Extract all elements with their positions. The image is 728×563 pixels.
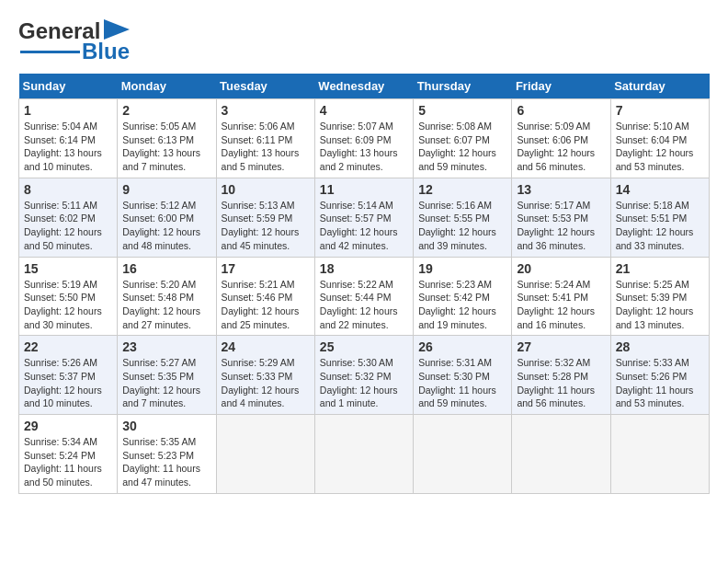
day-info: Sunrise: 5:27 AM Sunset: 5:35 PM Dayligh… — [122, 356, 210, 410]
day-number: 17 — [222, 261, 310, 276]
day-number: 6 — [517, 103, 605, 118]
calendar-week-row: 15Sunrise: 5:19 AM Sunset: 5:50 PM Dayli… — [19, 257, 710, 336]
calendar-cell — [610, 415, 709, 494]
calendar-table: SundayMondayTuesdayWednesdayThursdayFrid… — [18, 74, 710, 494]
day-info: Sunrise: 5:35 AM Sunset: 5:23 PM Dayligh… — [122, 435, 210, 489]
calendar-cell: 1Sunrise: 5:04 AM Sunset: 6:14 PM Daylig… — [19, 99, 118, 178]
day-number: 28 — [616, 339, 704, 354]
day-number: 16 — [122, 261, 210, 276]
calendar-cell: 18Sunrise: 5:22 AM Sunset: 5:44 PM Dayli… — [314, 257, 413, 336]
calendar-cell: 17Sunrise: 5:21 AM Sunset: 5:46 PM Dayli… — [216, 257, 314, 336]
calendar-cell: 28Sunrise: 5:33 AM Sunset: 5:26 PM Dayli… — [610, 336, 709, 415]
calendar-cell: 19Sunrise: 5:23 AM Sunset: 5:42 PM Dayli… — [414, 257, 512, 336]
calendar-cell — [216, 415, 314, 494]
day-number: 29 — [24, 419, 112, 433]
day-number: 25 — [320, 339, 408, 354]
day-number: 12 — [418, 182, 506, 197]
calendar-cell: 4Sunrise: 5:07 AM Sunset: 6:09 PM Daylig… — [314, 99, 413, 178]
day-info: Sunrise: 5:32 AM Sunset: 5:28 PM Dayligh… — [517, 356, 605, 410]
calendar-cell: 8Sunrise: 5:11 AM Sunset: 6:02 PM Daylig… — [19, 178, 118, 257]
day-number: 8 — [24, 182, 112, 197]
day-number: 30 — [122, 419, 210, 433]
day-info: Sunrise: 5:20 AM Sunset: 5:48 PM Dayligh… — [122, 278, 210, 332]
day-number: 26 — [418, 339, 506, 354]
day-info: Sunrise: 5:18 AM Sunset: 5:51 PM Dayligh… — [616, 199, 704, 253]
day-info: Sunrise: 5:07 AM Sunset: 6:09 PM Dayligh… — [320, 120, 408, 174]
calendar-cell: 7Sunrise: 5:10 AM Sunset: 6:04 PM Daylig… — [610, 99, 709, 178]
logo-general: General — [18, 18, 100, 43]
calendar-cell: 29Sunrise: 5:34 AM Sunset: 5:24 PM Dayli… — [19, 415, 118, 494]
calendar-cell: 12Sunrise: 5:16 AM Sunset: 5:55 PM Dayli… — [414, 178, 512, 257]
calendar-cell: 10Sunrise: 5:13 AM Sunset: 5:59 PM Dayli… — [216, 178, 314, 257]
calendar-cell: 13Sunrise: 5:17 AM Sunset: 5:53 PM Dayli… — [512, 178, 610, 257]
calendar-cell: 25Sunrise: 5:30 AM Sunset: 5:32 PM Dayli… — [314, 336, 413, 415]
day-info: Sunrise: 5:34 AM Sunset: 5:24 PM Dayligh… — [24, 435, 112, 489]
calendar-week-row: 1Sunrise: 5:04 AM Sunset: 6:14 PM Daylig… — [19, 99, 710, 178]
calendar-week-row: 8Sunrise: 5:11 AM Sunset: 6:02 PM Daylig… — [19, 178, 710, 257]
calendar-header-row: SundayMondayTuesdayWednesdayThursdayFrid… — [19, 74, 710, 99]
header-sunday: Sunday — [19, 74, 118, 99]
day-info: Sunrise: 5:29 AM Sunset: 5:33 PM Dayligh… — [222, 356, 310, 410]
calendar-cell: 23Sunrise: 5:27 AM Sunset: 5:35 PM Dayli… — [118, 336, 216, 415]
calendar-cell: 11Sunrise: 5:14 AM Sunset: 5:57 PM Dayli… — [314, 178, 413, 257]
calendar-cell: 9Sunrise: 5:12 AM Sunset: 6:00 PM Daylig… — [118, 178, 216, 257]
calendar-cell: 15Sunrise: 5:19 AM Sunset: 5:50 PM Dayli… — [19, 257, 118, 336]
header-tuesday: Tuesday — [216, 74, 314, 99]
day-info: Sunrise: 5:31 AM Sunset: 5:30 PM Dayligh… — [418, 356, 506, 410]
day-number: 9 — [122, 182, 210, 197]
calendar-cell: 20Sunrise: 5:24 AM Sunset: 5:41 PM Dayli… — [512, 257, 610, 336]
header-saturday: Saturday — [610, 74, 709, 99]
header-wednesday: Wednesday — [314, 74, 413, 99]
calendar-cell: 2Sunrise: 5:05 AM Sunset: 6:13 PM Daylig… — [118, 99, 216, 178]
calendar-week-row: 29Sunrise: 5:34 AM Sunset: 5:24 PM Dayli… — [19, 415, 710, 494]
logo: General Blue — [18, 18, 130, 64]
page-header: General Blue — [18, 18, 710, 64]
day-number: 21 — [616, 261, 704, 276]
day-info: Sunrise: 5:22 AM Sunset: 5:44 PM Dayligh… — [320, 278, 408, 332]
day-info: Sunrise: 5:30 AM Sunset: 5:32 PM Dayligh… — [320, 356, 408, 410]
day-number: 7 — [616, 103, 704, 118]
day-number: 1 — [24, 103, 112, 118]
day-info: Sunrise: 5:05 AM Sunset: 6:13 PM Dayligh… — [122, 120, 210, 174]
day-info: Sunrise: 5:13 AM Sunset: 5:59 PM Dayligh… — [222, 199, 310, 253]
calendar-cell: 27Sunrise: 5:32 AM Sunset: 5:28 PM Dayli… — [512, 336, 610, 415]
calendar-cell: 6Sunrise: 5:09 AM Sunset: 6:06 PM Daylig… — [512, 99, 610, 178]
day-info: Sunrise: 5:11 AM Sunset: 6:02 PM Dayligh… — [24, 199, 112, 253]
calendar-cell: 21Sunrise: 5:25 AM Sunset: 5:39 PM Dayli… — [610, 257, 709, 336]
day-info: Sunrise: 5:04 AM Sunset: 6:14 PM Dayligh… — [24, 120, 112, 174]
calendar-cell — [512, 415, 610, 494]
day-info: Sunrise: 5:06 AM Sunset: 6:11 PM Dayligh… — [222, 120, 310, 174]
calendar-cell: 3Sunrise: 5:06 AM Sunset: 6:11 PM Daylig… — [216, 99, 314, 178]
day-info: Sunrise: 5:23 AM Sunset: 5:42 PM Dayligh… — [418, 278, 506, 332]
day-info: Sunrise: 5:19 AM Sunset: 5:50 PM Dayligh… — [24, 278, 112, 332]
calendar-cell: 5Sunrise: 5:08 AM Sunset: 6:07 PM Daylig… — [414, 99, 512, 178]
day-number: 19 — [418, 261, 506, 276]
day-number: 18 — [320, 261, 408, 276]
day-info: Sunrise: 5:17 AM Sunset: 5:53 PM Dayligh… — [517, 199, 605, 253]
calendar-cell: 16Sunrise: 5:20 AM Sunset: 5:48 PM Dayli… — [118, 257, 216, 336]
day-info: Sunrise: 5:24 AM Sunset: 5:41 PM Dayligh… — [517, 278, 605, 332]
calendar-cell — [414, 415, 512, 494]
svg-marker-0 — [104, 19, 130, 40]
day-number: 3 — [222, 103, 310, 118]
day-info: Sunrise: 5:33 AM Sunset: 5:26 PM Dayligh… — [616, 356, 704, 410]
day-info: Sunrise: 5:09 AM Sunset: 6:06 PM Dayligh… — [517, 120, 605, 174]
day-info: Sunrise: 5:10 AM Sunset: 6:04 PM Dayligh… — [616, 120, 704, 174]
calendar-week-row: 22Sunrise: 5:26 AM Sunset: 5:37 PM Dayli… — [19, 336, 710, 415]
header-thursday: Thursday — [414, 74, 512, 99]
day-info: Sunrise: 5:16 AM Sunset: 5:55 PM Dayligh… — [418, 199, 506, 253]
day-number: 24 — [222, 339, 310, 354]
day-number: 4 — [320, 103, 408, 118]
day-info: Sunrise: 5:21 AM Sunset: 5:46 PM Dayligh… — [222, 278, 310, 332]
header-friday: Friday — [512, 74, 610, 99]
day-number: 5 — [418, 103, 506, 118]
calendar-cell: 22Sunrise: 5:26 AM Sunset: 5:37 PM Dayli… — [19, 336, 118, 415]
day-info: Sunrise: 5:26 AM Sunset: 5:37 PM Dayligh… — [24, 356, 112, 410]
day-info: Sunrise: 5:14 AM Sunset: 5:57 PM Dayligh… — [320, 199, 408, 253]
day-number: 10 — [222, 182, 310, 197]
calendar-cell: 14Sunrise: 5:18 AM Sunset: 5:51 PM Dayli… — [610, 178, 709, 257]
calendar-cell — [314, 415, 413, 494]
day-number: 20 — [517, 261, 605, 276]
header-monday: Monday — [118, 74, 216, 99]
day-number: 2 — [122, 103, 210, 118]
